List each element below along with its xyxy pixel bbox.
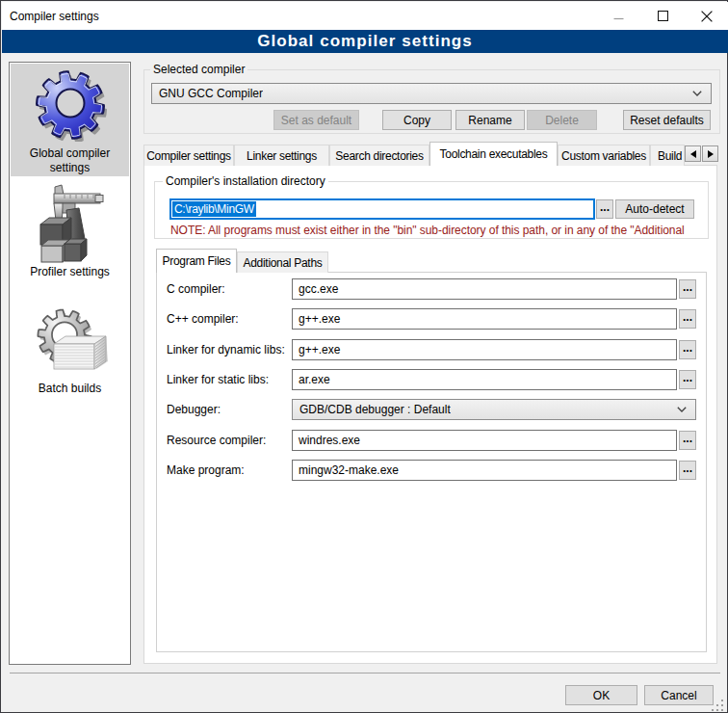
row-label-debugger: Debugger: xyxy=(167,403,221,416)
subtab-program-files[interactable]: Program Files xyxy=(156,249,237,273)
cpp-compiler-value: g++.exe xyxy=(293,312,340,326)
maximize-icon xyxy=(658,11,668,21)
installation-directory-group-label: Compiler's installation directory xyxy=(163,174,328,188)
linker-static-browse-button[interactable]: ... xyxy=(679,370,696,389)
linker-static-value: ar.exe xyxy=(293,373,330,386)
chevron-down-icon xyxy=(677,407,687,412)
linker-dynamic-input[interactable]: g++.exe xyxy=(292,339,677,360)
arrow-right-icon xyxy=(708,150,714,158)
c-compiler-browse-button[interactable]: ... xyxy=(679,279,696,299)
linker-static-input[interactable]: ar.exe xyxy=(292,369,677,390)
c-compiler-value: gcc.exe xyxy=(293,282,338,296)
tab-custom-variables[interactable]: Custom variables xyxy=(558,145,650,166)
resource-compiler-input[interactable]: windres.exe xyxy=(292,430,677,451)
selected-compiler-combobox[interactable]: GNU GCC Compiler xyxy=(151,83,712,104)
auto-detect-button[interactable]: Auto-detect xyxy=(615,199,694,219)
titlebar[interactable]: Compiler settings xyxy=(2,2,728,30)
cancel-button[interactable]: Cancel xyxy=(644,685,714,705)
tab-scroll-right-button[interactable] xyxy=(702,145,718,162)
reset-defaults-button[interactable]: Reset defaults xyxy=(623,110,711,130)
set-as-default-button[interactable]: Set as default xyxy=(273,110,359,130)
linker-dynamic-value: g++.exe xyxy=(293,343,340,356)
subtab-additional-paths[interactable]: Additional Paths xyxy=(237,251,328,273)
close-button[interactable] xyxy=(685,2,728,30)
row-label-make-program: Make program: xyxy=(167,463,245,477)
copy-button[interactable]: Copy xyxy=(382,110,452,130)
installation-directory-browse-button[interactable]: ... xyxy=(596,199,613,219)
maximize-button[interactable] xyxy=(640,2,685,30)
row-label-linker-static: Linker for static libs: xyxy=(167,373,269,386)
installation-directory-input[interactable]: C:\raylib\MinGW xyxy=(169,198,595,220)
resource-compiler-browse-button[interactable]: ... xyxy=(679,431,696,450)
debugger-combobox[interactable]: GDB/CDB debugger : Default xyxy=(292,399,696,420)
profiler-caliper-icon xyxy=(36,184,105,263)
make-program-input[interactable]: mingw32-make.exe xyxy=(292,460,677,481)
sidebar-item-global-compiler-settings[interactable]: Global compiler settings xyxy=(11,64,129,176)
settings-category-list: Global compiler settings xyxy=(9,62,131,665)
resource-compiler-value: windres.exe xyxy=(293,434,360,447)
installation-note: NOTE: All programs must exist either in … xyxy=(170,224,706,237)
selected-compiler-value: GNU GCC Compiler xyxy=(152,87,263,100)
row-label-resource-compiler: Resource compiler: xyxy=(167,434,266,447)
cpp-compiler-input[interactable]: g++.exe xyxy=(292,308,677,330)
row-label-cpp-compiler: C++ compiler: xyxy=(167,312,239,326)
tab-search-directories[interactable]: Search directories xyxy=(329,145,429,166)
chevron-down-icon xyxy=(692,91,702,96)
close-icon xyxy=(701,11,713,22)
dialog-header-title: Global compiler settings xyxy=(257,32,473,51)
tab-linker-settings[interactable]: Linker settings xyxy=(234,145,329,166)
c-compiler-input[interactable]: gcc.exe xyxy=(292,278,677,300)
tab-build-options[interactable]: Build options xyxy=(650,145,685,166)
installation-directory-value: C:\raylib\MinGW xyxy=(172,201,256,217)
sidebar-item-label: Batch builds xyxy=(11,382,129,396)
linker-dynamic-browse-button[interactable]: ... xyxy=(679,340,696,359)
tab-compiler-settings[interactable]: Compiler settings xyxy=(143,145,234,166)
selected-compiler-group-label: Selected compiler xyxy=(150,63,247,76)
row-label-c-compiler: C compiler: xyxy=(167,282,225,296)
sidebar-item-label: Global compiler settings xyxy=(11,146,129,175)
window-title: Compiler settings xyxy=(10,10,99,23)
resize-grip[interactable] xyxy=(712,700,725,712)
cpp-compiler-browse-button[interactable]: ... xyxy=(679,309,696,329)
compiler-settings-dialog: Compiler settings Global compiler settin… xyxy=(0,0,728,713)
footer-separator xyxy=(10,673,720,673)
ok-button[interactable]: OK xyxy=(565,685,637,705)
batch-builds-icon xyxy=(35,307,108,379)
tab-scroll-left-button[interactable] xyxy=(685,145,701,162)
row-label-linker-dynamic: Linker for dynamic libs: xyxy=(167,343,285,356)
make-program-value: mingw32-make.exe xyxy=(293,463,399,477)
debugger-value: GDB/CDB debugger : Default xyxy=(293,403,451,416)
arrow-left-icon xyxy=(690,150,696,158)
minimize-button[interactable] xyxy=(596,2,640,30)
dialog-header: Global compiler settings xyxy=(2,30,728,53)
delete-button[interactable]: Delete xyxy=(527,110,597,130)
sidebar-item-profiler-settings[interactable]: Profiler settings xyxy=(11,178,129,279)
minimize-icon xyxy=(613,11,624,21)
rename-button[interactable]: Rename xyxy=(455,110,525,130)
make-program-browse-button[interactable]: ... xyxy=(679,461,696,480)
tab-toolchain-executables[interactable]: Toolchain executables xyxy=(429,142,558,166)
sidebar-item-label: Profiler settings xyxy=(11,265,129,279)
sidebar-item-batch-builds[interactable]: Batch builds xyxy=(11,304,129,400)
compiler-gear-icon xyxy=(34,68,107,142)
